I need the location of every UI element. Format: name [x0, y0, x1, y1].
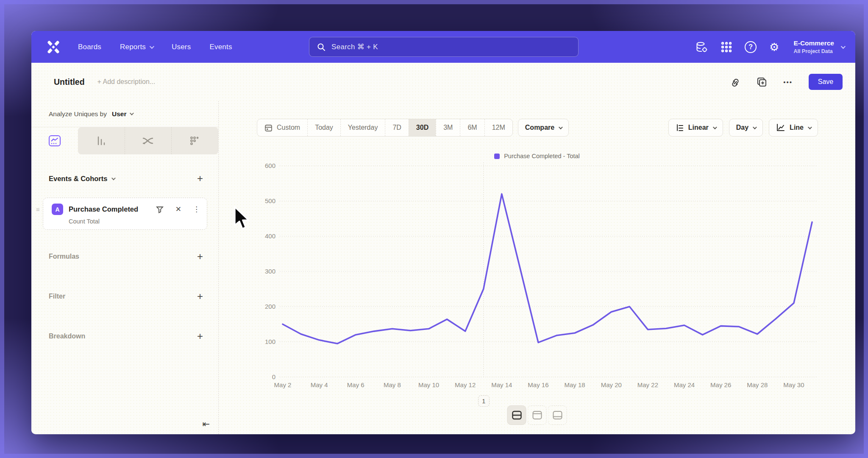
data-management-icon[interactable]: [696, 41, 708, 53]
drag-handle-icon[interactable]: ≡: [36, 206, 40, 213]
layout-top-bar-button[interactable]: [528, 405, 547, 425]
annotation-label: 1: [482, 398, 485, 405]
x-axis-tick: May 4: [300, 381, 338, 388]
chart-panel: Custom Today Yesterday 7D 30D 3M 6M 12M …: [219, 101, 855, 434]
event-measurement[interactable]: Count Total: [69, 218, 200, 225]
formulas-section: Formulas +: [49, 249, 203, 264]
tab-bar-chart[interactable]: [78, 127, 125, 154]
primary-nav: Boards Reports Users Events: [78, 43, 232, 51]
search-input[interactable]: Search ⌘ + K: [309, 37, 579, 57]
add-event-button[interactable]: +: [197, 173, 203, 184]
line-chart[interactable]: 1 0100200300400500600May 2May 4May 6May …: [219, 101, 855, 434]
x-axis-tick: May 2: [264, 381, 302, 388]
duplicate-icon[interactable]: [757, 77, 767, 87]
search-placeholder: Search ⌘ + K: [331, 42, 378, 51]
project-subtitle: All Project Data: [793, 48, 834, 54]
chevron-down-icon[interactable]: [111, 176, 116, 180]
screen: Boards Reports Users Events Search ⌘ + K: [0, 0, 868, 458]
help-glyph: ?: [748, 43, 753, 51]
events-cohorts-title: Events & Cohorts: [49, 175, 107, 183]
bar-chart-icon: [95, 135, 107, 147]
y-axis-tick: 200: [248, 303, 275, 310]
nav-label: Events: [209, 43, 232, 51]
event-more-icon[interactable]: ⋮: [193, 205, 200, 214]
top-navbar: Boards Reports Users Events Search ⌘ + K: [31, 31, 855, 63]
y-axis-tick: 100: [248, 338, 275, 345]
y-axis-tick: 500: [248, 197, 275, 204]
layout-bottom-bar-button[interactable]: [548, 405, 567, 425]
event-series-badge: A: [52, 204, 63, 215]
y-axis-tick: 400: [248, 232, 275, 240]
x-axis-tick: May 20: [592, 381, 630, 388]
help-icon[interactable]: ?: [745, 41, 757, 53]
event-name[interactable]: Purchase Completed: [69, 205, 138, 213]
nav-label: Reports: [120, 43, 146, 51]
project-switcher[interactable]: E-Commerce All Project Data: [793, 39, 844, 54]
nav-item-reports[interactable]: Reports: [120, 43, 153, 51]
chevron-down-icon: [150, 44, 154, 48]
x-axis-tick: May 8: [373, 381, 411, 388]
x-axis-tick: May 6: [337, 381, 375, 388]
add-formula-button[interactable]: +: [197, 251, 203, 262]
layout-split-horizontal-button[interactable]: [507, 405, 526, 425]
chevron-down-icon[interactable]: [130, 111, 134, 115]
add-breakdown-button[interactable]: +: [197, 331, 203, 341]
navbar-right: ? ⚙ E-Commerce All Project Data: [696, 39, 844, 54]
add-filter-button[interactable]: +: [197, 291, 203, 302]
x-axis-tick: May 30: [775, 381, 813, 388]
x-axis-tick: May 16: [519, 381, 557, 388]
x-axis-tick: May 26: [702, 381, 740, 388]
visualization-tabstrip: [31, 127, 218, 154]
flows-icon: [142, 135, 154, 147]
nav-label: Users: [172, 43, 191, 51]
content-area: Analyze Uniques by User: [31, 101, 855, 434]
query-sidebar: Analyze Uniques by User: [31, 101, 219, 434]
breakdown-label: Breakdown: [49, 332, 85, 340]
y-axis-tick: 600: [248, 162, 275, 169]
share-link-icon[interactable]: [730, 77, 740, 87]
app-window: Boards Reports Users Events Search ⌘ + K: [31, 31, 855, 434]
x-axis-tick: May 14: [483, 381, 521, 388]
line-chart-icon: [48, 135, 61, 147]
formulas-label: Formulas: [49, 253, 79, 260]
tab-retention[interactable]: [171, 127, 218, 154]
events-cohorts-header: Events & Cohorts +: [49, 171, 203, 186]
nav-item-boards[interactable]: Boards: [78, 43, 101, 51]
annotation-marker[interactable]: 1: [478, 395, 490, 407]
chevron-down-icon: [841, 44, 846, 48]
x-axis-tick: May 22: [629, 381, 667, 388]
event-card-row: A Purchase Completed ✕ ⋮: [52, 204, 200, 215]
x-axis-tick: May 28: [738, 381, 776, 388]
report-toolbar: Untitled + Add description...: [31, 63, 855, 101]
apps-grid-icon[interactable]: [721, 42, 732, 53]
toolbar-actions: ••• Save: [730, 74, 843, 90]
tab-flows[interactable]: [125, 127, 172, 154]
project-name: E-Commerce: [793, 39, 834, 47]
search-icon: [317, 43, 326, 51]
breakdown-section: Breakdown +: [49, 329, 203, 344]
layout-split-middle-icon: [512, 411, 522, 420]
nav-item-events[interactable]: Events: [209, 43, 232, 51]
remove-event-icon[interactable]: ✕: [175, 205, 181, 214]
more-options-button[interactable]: •••: [783, 78, 793, 86]
filter-section: Filter +: [49, 289, 203, 304]
retention-dots-icon: [189, 135, 201, 147]
filter-funnel-icon[interactable]: [156, 205, 164, 214]
add-description-field[interactable]: + Add description...: [97, 78, 156, 86]
layout-split-top-icon: [532, 411, 542, 420]
event-card[interactable]: ≡ A Purchase Completed ✕ ⋮ Count Total: [43, 198, 207, 230]
layout-toggle-group: [507, 405, 567, 425]
nav-item-users[interactable]: Users: [172, 43, 191, 51]
analyze-prefix: Analyze Uniques by: [49, 110, 107, 118]
layout-split-bottom-icon: [552, 411, 562, 420]
save-button[interactable]: Save: [809, 74, 843, 90]
mixpanel-logo-icon[interactable]: [46, 39, 61, 55]
analyze-by-dropdown[interactable]: User: [112, 110, 126, 118]
tab-insights-line[interactable]: [31, 127, 78, 154]
collapse-sidebar-icon[interactable]: ⇤: [202, 419, 210, 429]
x-axis-tick: May 24: [665, 381, 704, 388]
report-title[interactable]: Untitled: [54, 77, 85, 87]
series-line[interactable]: [283, 194, 812, 344]
settings-gear-icon[interactable]: ⚙: [769, 42, 779, 53]
event-card-actions: ✕ ⋮: [156, 205, 200, 214]
